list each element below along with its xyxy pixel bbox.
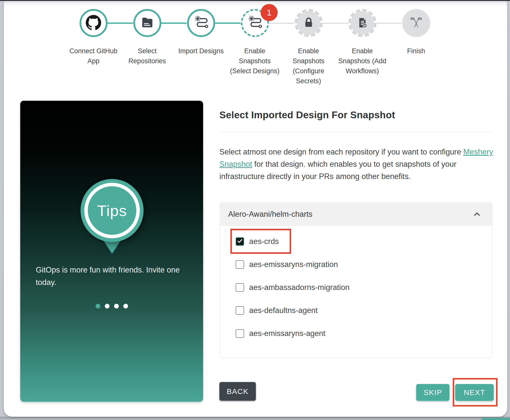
design-row-aes-emissaryns-migration: aes-emissaryns-migration [236, 253, 492, 276]
stepper-step-finish: Finish [389, 9, 443, 56]
design-label: aes-crds [249, 237, 279, 246]
design-row-aes-emissaryns-agent: aes-emissaryns-agent [236, 322, 492, 345]
repository-icon [141, 16, 154, 30]
chevron-up-icon[interactable] [472, 209, 482, 219]
heading-divider [219, 132, 493, 132]
tips-message: GitOps is more fun with friends. Invite … [36, 264, 193, 289]
lock-icon [303, 17, 314, 29]
gitops-wizard-screen: Connect GitHub App Select Repositories I… [0, 0, 510, 420]
repository-name: Alero-Awani/helm-charts [228, 210, 312, 219]
tips-bubble: Tips [81, 179, 144, 242]
route-icon [248, 15, 262, 31]
carousel-dot[interactable] [123, 304, 128, 308]
carousel-dot[interactable] [114, 304, 119, 308]
carousel-dot[interactable] [105, 304, 110, 308]
checkered-flags-icon [410, 16, 422, 30]
step-label: Select Repositories [122, 46, 173, 66]
step-circle-add-workflows[interactable] [348, 9, 376, 37]
design-list: aes-crds aes-emissaryns-migration aes-am… [220, 226, 492, 358]
checkbox-aes-emissaryns-agent[interactable] [236, 329, 244, 338]
next-button[interactable]: NEXT [455, 384, 494, 401]
stepper-step-connect-github: Connect GitHub App [67, 9, 120, 66]
doc-plus-icon [356, 16, 369, 30]
page-bottom-band [0, 417, 510, 420]
step-label: Enable Snapshots (Configure Secrets) [283, 46, 334, 86]
design-row-aes-crds: aes-crds [236, 230, 492, 253]
route-icon [194, 15, 208, 31]
checkbox-aes-defaultns-agent[interactable] [236, 306, 244, 315]
design-label: aes-ambassadorns-migration [249, 283, 349, 292]
stepper-step-import-designs: Import Designs [174, 9, 228, 56]
tips-title: Tips [97, 202, 127, 220]
page-title: Select Imported Design For Snapshot [219, 110, 395, 120]
step-label: Import Designs [175, 46, 227, 56]
step-circle-connect-github[interactable] [80, 9, 108, 37]
back-button[interactable]: BACK [219, 382, 256, 401]
checkbox-aes-crds[interactable] [236, 237, 244, 246]
design-label: aes-emissaryns-agent [249, 329, 325, 338]
checkbox-aes-emissaryns-migration[interactable] [236, 260, 244, 269]
stepper-step-enable-snapshots-add-workflows: Enable Snapshots (Add Workflows) [335, 9, 389, 76]
step-circle-configure-secrets[interactable] [295, 9, 323, 37]
background-teal-element [482, 418, 510, 420]
check-icon [237, 238, 243, 245]
step-circle-finish[interactable] [402, 9, 430, 37]
description-suffix: for that design. which enables you to ge… [219, 160, 456, 181]
checkbox-aes-ambassadorns-migration[interactable] [236, 283, 244, 292]
step-circle-select-repositories[interactable] [133, 9, 161, 37]
design-label: aes-emissaryns-migration [249, 260, 338, 269]
carousel-dots [20, 304, 203, 308]
repository-accordion: Alero-Awani/helm-charts aes-crds aes-emi… [220, 202, 492, 358]
skip-button[interactable]: SKIP [416, 384, 449, 401]
design-row-aes-defaultns-agent: aes-defaultns-agent [236, 299, 492, 322]
step-label: Finish [390, 46, 442, 56]
design-label: aes-defaultns-agent [249, 306, 318, 315]
stepper-step-enable-snapshots-configure-secrets: Enable Snapshots (Configure Secrets) [282, 9, 335, 86]
step-label: Connect GitHub App [68, 46, 119, 66]
design-row-aes-ambassadorns-migration: aes-ambassadorns-migration [236, 276, 492, 299]
description-prefix: Select atmost one design from each repos… [219, 148, 463, 156]
stepper-step-select-repositories: Select Repositories [120, 9, 174, 66]
tips-carousel-panel: Tips GitOps is more fun with friends. In… [20, 101, 203, 402]
step-circle-import-designs[interactable] [187, 9, 215, 37]
carousel-dot-active[interactable] [96, 304, 100, 308]
accordion-header-helm-charts[interactable]: Alero-Awani/helm-charts [220, 202, 492, 226]
description-text: Select atmost one design from each repos… [219, 146, 494, 182]
notification-badge: 1 [261, 4, 278, 21]
step-label: Enable Snapshots (Select Designs) [229, 46, 281, 76]
step-label: Enable Snapshots (Add Workflows) [337, 46, 388, 76]
github-icon [86, 15, 101, 31]
